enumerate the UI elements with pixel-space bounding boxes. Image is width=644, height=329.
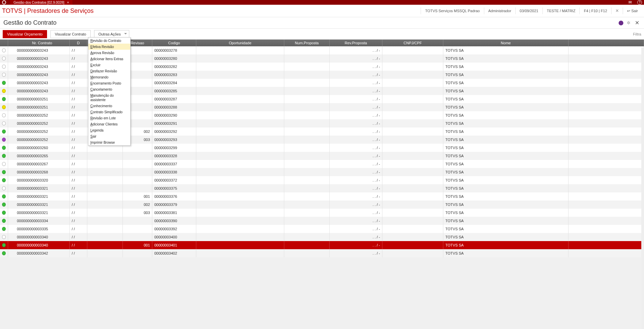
- menu-item[interactable]: Conhecimento: [88, 103, 130, 109]
- cell-nome: TOTVS SA: [443, 63, 569, 71]
- cell-nr: 000000000003267: [8, 160, 70, 168]
- menu-item[interactable]: Contrato Simplificado: [88, 109, 130, 115]
- cell-dt: / /: [70, 233, 87, 241]
- menu-item[interactable]: Aprova Revisão: [88, 50, 130, 56]
- cell-num-proposta: [284, 184, 330, 192]
- status-circle-icon: [2, 186, 6, 190]
- cell-rev-proposta: . . / -: [330, 87, 382, 95]
- close-icon[interactable]: ×: [611, 7, 623, 14]
- cell-oportunidade: [196, 176, 284, 184]
- cell-cnpj: [382, 184, 443, 192]
- col-cnpj-cpf[interactable]: CNPJ/CPF: [382, 40, 443, 46]
- status-circle-icon: [2, 178, 6, 182]
- menu-item[interactable]: Sair: [88, 133, 130, 139]
- help-icon[interactable]: ?: [637, 0, 642, 5]
- table-row[interactable]: 000000000003321/ /00000003375. . / -TOTV…: [0, 184, 644, 192]
- cell-rev-proposta: . . / -: [330, 63, 382, 71]
- menu-item[interactable]: Efetiva Revisão: [88, 44, 130, 50]
- cell-blank: [87, 184, 123, 192]
- cell-status: [0, 184, 8, 192]
- cell-rev-proposta: . . / -: [330, 103, 382, 111]
- table-row[interactable]: 000000000003342/ /00000003402. . / -TOTV…: [0, 249, 644, 257]
- menu-item[interactable]: Imprimir Browse: [88, 139, 130, 145]
- table-row[interactable]: 000000000003340/ /00000003400. . / -TOTV…: [0, 233, 644, 241]
- visualizar-orcamento-label: Visualizar Orçamento: [7, 32, 43, 36]
- cell-revisao: 001: [123, 241, 152, 249]
- cell-dt: / /: [70, 168, 87, 176]
- cell-spacer: [569, 119, 644, 127]
- table-row[interactable]: 000000000003334/ /00000003390. . / -TOTV…: [0, 217, 644, 225]
- table-row[interactable]: 000000000003335/ /00000003392. . / -TOTV…: [0, 225, 644, 233]
- cell-codigo: 00000003288: [152, 103, 196, 111]
- exit-button[interactable]: ↩ Sair: [623, 7, 642, 14]
- menu-item[interactable]: Memorando: [88, 74, 130, 80]
- table-row[interactable]: 000000000003320/ /00000003372. . / -TOTV…: [0, 176, 644, 184]
- table-row[interactable]: 000000000003267/ /00000003337. . / -TOTV…: [0, 160, 644, 168]
- col-codigo[interactable]: Codigo: [152, 40, 196, 46]
- menu-item[interactable]: Manutenção do assistente: [88, 92, 130, 103]
- close-tab-icon[interactable]: ×: [67, 1, 69, 4]
- cell-status: [0, 95, 8, 103]
- cell-num-proposta: [284, 95, 330, 103]
- status-badge[interactable]: [619, 21, 623, 25]
- table-row[interactable]: 000000000003340/ /00100000003401. . / -T…: [0, 241, 644, 249]
- col-oportunidade[interactable]: Oportunidade: [196, 40, 284, 46]
- menu-item[interactable]: Legenda: [88, 127, 130, 133]
- visualizar-orcamento-button[interactable]: Visualizar Orçamento: [3, 30, 47, 38]
- cell-num-proposta: [284, 54, 330, 63]
- cell-rev-proposta: . . / -: [330, 192, 382, 201]
- col-status[interactable]: [0, 40, 8, 46]
- cell-spacer: [569, 201, 644, 209]
- col-nome[interactable]: Nome: [443, 40, 569, 46]
- cell-oportunidade: [196, 127, 284, 136]
- table-row[interactable]: 000000000003321/ /00100000003376. . / -T…: [0, 192, 644, 201]
- visualizar-contrato-button[interactable]: Visualizar Contrato: [50, 30, 91, 38]
- cell-spacer: [569, 87, 644, 95]
- col-num-proposta[interactable]: Num.Proposta: [284, 40, 330, 46]
- close-panel-icon[interactable]: ✕: [634, 20, 641, 26]
- cell-nr: 000000000003334: [8, 217, 70, 225]
- table-row[interactable]: 000000000003265/ /00000003328. . / -TOTV…: [0, 152, 644, 160]
- cell-cnpj: [382, 209, 443, 217]
- cell-revisao: [123, 168, 152, 176]
- filtrar-link[interactable]: Filtra: [633, 32, 641, 36]
- table-row[interactable]: 000000000003268/ /00000003338. . / -TOTV…: [0, 168, 644, 176]
- cell-blank: [87, 201, 123, 209]
- col-dt[interactable]: D: [70, 40, 87, 46]
- cell-spacer: [569, 241, 644, 249]
- cell-cnpj: [382, 192, 443, 201]
- menu-item[interactable]: Excluir: [88, 62, 130, 68]
- cell-cnpj: [382, 249, 443, 257]
- cell-spacer: [569, 176, 644, 184]
- cell-nome: TOTVS SA: [443, 168, 569, 176]
- cell-rev-proposta: . . / -: [330, 144, 382, 152]
- menu-item[interactable]: Adicionar Clientes: [88, 121, 130, 127]
- menu-item[interactable]: Encerramento Posto: [88, 80, 130, 86]
- cell-revisao: [123, 184, 152, 192]
- cell-oportunidade: [196, 225, 284, 233]
- outras-acoes-dropdown[interactable]: Outras Ações: [94, 30, 129, 38]
- gear-icon[interactable]: ✲: [626, 21, 631, 25]
- menu-item[interactable]: Revisão em Lote: [88, 115, 130, 121]
- table-row[interactable]: 000000000003321/ /00200000003379. . / -T…: [0, 201, 644, 209]
- cell-nr: 000000000003268: [8, 168, 70, 176]
- menu-item[interactable]: Desfazer Revisão: [88, 68, 130, 74]
- app-icon: [2, 0, 6, 4]
- cell-nr: 000000000003243: [8, 54, 70, 63]
- mail-icon[interactable]: ✉: [628, 0, 632, 5]
- col-rev-proposta[interactable]: Rev.Proposta: [330, 40, 382, 46]
- col-nr-contrato[interactable]: Nr. Contrato: [8, 40, 70, 46]
- menu-item[interactable]: Adicionar Itens Extras: [88, 56, 130, 62]
- vertical-scrollbar[interactable]: [641, 47, 644, 257]
- menu-item[interactable]: Revisão do Contrato: [88, 38, 130, 44]
- cell-status: [0, 127, 8, 136]
- cell-rev-proposta: . . / -: [330, 241, 382, 249]
- cell-revisao: [123, 176, 152, 184]
- cell-codigo: 00000003375: [152, 184, 196, 192]
- table-row[interactable]: 000000000003321/ /00300000003381. . / -T…: [0, 209, 644, 217]
- cell-codigo: 00000003283: [152, 71, 196, 79]
- tab-gestao-contratos[interactable]: Gestão dos Contratos [02.9.0028] ×: [10, 0, 72, 5]
- menu-item[interactable]: Cancelamento: [88, 86, 130, 92]
- cell-num-proposta: [284, 144, 330, 152]
- cell-spacer: [569, 160, 644, 168]
